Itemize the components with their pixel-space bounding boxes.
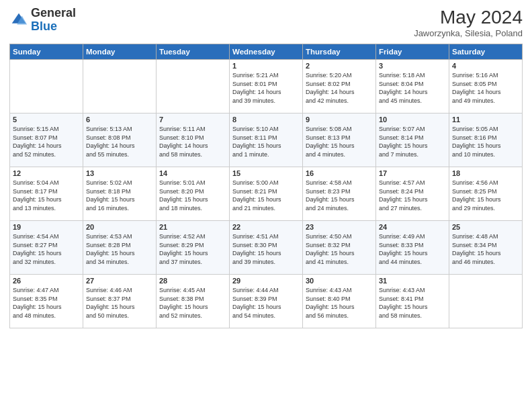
day-cell xyxy=(10,60,83,113)
day-cell xyxy=(157,60,230,113)
day-info: Sunrise: 4:43 AM Sunset: 8:41 PM Dayligh… xyxy=(379,286,446,320)
logo-text-general: General xyxy=(31,7,76,20)
day-info: Sunrise: 4:48 AM Sunset: 8:34 PM Dayligh… xyxy=(452,232,519,266)
day-number: 29 xyxy=(232,277,300,285)
day-cell: 29Sunrise: 4:44 AM Sunset: 8:39 PM Dayli… xyxy=(230,275,303,328)
day-cell: 3Sunrise: 5:18 AM Sunset: 8:04 PM Daylig… xyxy=(376,60,449,113)
day-number: 27 xyxy=(86,277,153,285)
week-row-4: 19Sunrise: 4:54 AM Sunset: 8:27 PM Dayli… xyxy=(10,221,523,275)
day-cell: 10Sunrise: 5:07 AM Sunset: 8:14 PM Dayli… xyxy=(376,113,449,167)
day-info: Sunrise: 5:05 AM Sunset: 8:16 PM Dayligh… xyxy=(452,125,519,158)
col-header-friday: Friday xyxy=(376,44,449,60)
day-cell: 14Sunrise: 5:01 AM Sunset: 8:20 PM Dayli… xyxy=(157,167,230,221)
day-info: Sunrise: 5:08 AM Sunset: 8:13 PM Dayligh… xyxy=(306,125,373,158)
col-header-wednesday: Wednesday xyxy=(230,44,303,60)
day-info: Sunrise: 5:16 AM Sunset: 8:05 PM Dayligh… xyxy=(452,71,519,105)
day-cell: 24Sunrise: 4:49 AM Sunset: 8:33 PM Dayli… xyxy=(376,221,449,275)
day-info: Sunrise: 4:43 AM Sunset: 8:40 PM Dayligh… xyxy=(306,286,373,320)
day-number: 28 xyxy=(159,277,226,285)
day-number: 25 xyxy=(452,223,519,231)
day-number: 11 xyxy=(452,116,519,124)
day-number: 23 xyxy=(306,223,373,231)
day-info: Sunrise: 5:15 AM Sunset: 8:07 PM Dayligh… xyxy=(13,125,80,158)
day-number: 19 xyxy=(13,223,80,231)
day-cell: 20Sunrise: 4:53 AM Sunset: 8:28 PM Dayli… xyxy=(83,221,157,275)
day-cell: 28Sunrise: 4:45 AM Sunset: 8:38 PM Dayli… xyxy=(157,275,230,328)
day-cell: 31Sunrise: 4:43 AM Sunset: 8:41 PM Dayli… xyxy=(376,275,449,328)
header: General Blue May 2024 Jaworzynka, Silesi… xyxy=(9,7,523,38)
day-number: 9 xyxy=(306,116,373,124)
day-number: 15 xyxy=(232,169,300,177)
day-info: Sunrise: 4:45 AM Sunset: 8:38 PM Dayligh… xyxy=(159,286,226,320)
day-info: Sunrise: 4:53 AM Sunset: 8:28 PM Dayligh… xyxy=(86,232,153,266)
day-cell: 16Sunrise: 4:58 AM Sunset: 8:23 PM Dayli… xyxy=(303,167,376,221)
week-row-2: 5Sunrise: 5:15 AM Sunset: 8:07 PM Daylig… xyxy=(10,113,523,167)
day-info: Sunrise: 4:52 AM Sunset: 8:29 PM Dayligh… xyxy=(159,232,226,266)
day-cell: 27Sunrise: 4:46 AM Sunset: 8:37 PM Dayli… xyxy=(83,275,157,328)
day-cell: 13Sunrise: 5:02 AM Sunset: 8:18 PM Dayli… xyxy=(83,167,157,221)
page: General Blue May 2024 Jaworzynka, Silesi… xyxy=(0,0,532,411)
day-info: Sunrise: 5:07 AM Sunset: 8:14 PM Dayligh… xyxy=(379,125,446,158)
day-cell xyxy=(83,60,157,113)
day-number: 16 xyxy=(306,169,373,177)
day-cell: 26Sunrise: 4:47 AM Sunset: 8:35 PM Dayli… xyxy=(10,275,83,328)
day-number: 30 xyxy=(306,277,373,285)
day-cell: 17Sunrise: 4:57 AM Sunset: 8:24 PM Dayli… xyxy=(376,167,449,221)
day-info: Sunrise: 5:01 AM Sunset: 8:20 PM Dayligh… xyxy=(159,179,226,212)
day-cell: 22Sunrise: 4:51 AM Sunset: 8:30 PM Dayli… xyxy=(230,221,303,275)
logo-text-blue: Blue xyxy=(31,20,76,34)
day-info: Sunrise: 5:20 AM Sunset: 8:02 PM Dayligh… xyxy=(306,71,373,105)
day-cell xyxy=(449,275,523,328)
day-number: 14 xyxy=(159,169,226,177)
day-number: 4 xyxy=(452,62,519,70)
day-info: Sunrise: 4:46 AM Sunset: 8:37 PM Dayligh… xyxy=(86,286,153,320)
week-row-1: 1Sunrise: 5:21 AM Sunset: 8:01 PM Daylig… xyxy=(10,60,523,113)
day-info: Sunrise: 4:58 AM Sunset: 8:23 PM Dayligh… xyxy=(306,179,373,212)
day-cell: 9Sunrise: 5:08 AM Sunset: 8:13 PM Daylig… xyxy=(303,113,376,167)
day-info: Sunrise: 4:47 AM Sunset: 8:35 PM Dayligh… xyxy=(13,286,80,320)
day-cell: 15Sunrise: 5:00 AM Sunset: 8:21 PM Dayli… xyxy=(230,167,303,221)
day-cell: 18Sunrise: 4:56 AM Sunset: 8:25 PM Dayli… xyxy=(449,167,523,221)
day-number: 13 xyxy=(86,169,153,177)
day-info: Sunrise: 4:44 AM Sunset: 8:39 PM Dayligh… xyxy=(232,286,300,320)
day-cell: 4Sunrise: 5:16 AM Sunset: 8:05 PM Daylig… xyxy=(449,60,523,113)
day-info: Sunrise: 5:18 AM Sunset: 8:04 PM Dayligh… xyxy=(379,71,446,105)
day-number: 17 xyxy=(379,169,446,177)
day-number: 3 xyxy=(379,62,446,70)
day-number: 1 xyxy=(232,62,300,70)
day-info: Sunrise: 4:49 AM Sunset: 8:33 PM Dayligh… xyxy=(379,232,446,266)
day-number: 20 xyxy=(86,223,153,231)
day-number: 2 xyxy=(306,62,373,70)
subtitle: Jaworzynka, Silesia, Poland xyxy=(414,28,523,38)
day-number: 24 xyxy=(379,223,446,231)
day-info: Sunrise: 5:11 AM Sunset: 8:10 PM Dayligh… xyxy=(159,125,226,158)
day-number: 31 xyxy=(379,277,446,285)
col-header-monday: Monday xyxy=(83,44,157,60)
day-cell: 6Sunrise: 5:13 AM Sunset: 8:08 PM Daylig… xyxy=(83,113,157,167)
col-header-thursday: Thursday xyxy=(303,44,376,60)
day-info: Sunrise: 5:21 AM Sunset: 8:01 PM Dayligh… xyxy=(232,71,300,105)
day-cell: 12Sunrise: 5:04 AM Sunset: 8:17 PM Dayli… xyxy=(10,167,83,221)
day-number: 21 xyxy=(159,223,226,231)
logo-icon xyxy=(9,11,28,30)
day-cell: 1Sunrise: 5:21 AM Sunset: 8:01 PM Daylig… xyxy=(230,60,303,113)
day-info: Sunrise: 5:02 AM Sunset: 8:18 PM Dayligh… xyxy=(86,179,153,212)
day-info: Sunrise: 4:51 AM Sunset: 8:30 PM Dayligh… xyxy=(232,232,300,266)
header-row: SundayMondayTuesdayWednesdayThursdayFrid… xyxy=(10,44,523,60)
day-cell: 8Sunrise: 5:10 AM Sunset: 8:11 PM Daylig… xyxy=(230,113,303,167)
day-info: Sunrise: 4:54 AM Sunset: 8:27 PM Dayligh… xyxy=(13,232,80,266)
calendar-table: SundayMondayTuesdayWednesdayThursdayFrid… xyxy=(9,44,523,328)
week-row-5: 26Sunrise: 4:47 AM Sunset: 8:35 PM Dayli… xyxy=(10,275,523,328)
day-number: 8 xyxy=(232,116,300,124)
day-info: Sunrise: 5:10 AM Sunset: 8:11 PM Dayligh… xyxy=(232,125,300,158)
day-cell: 25Sunrise: 4:48 AM Sunset: 8:34 PM Dayli… xyxy=(449,221,523,275)
day-number: 22 xyxy=(232,223,300,231)
day-number: 12 xyxy=(13,169,80,177)
day-info: Sunrise: 4:56 AM Sunset: 8:25 PM Dayligh… xyxy=(452,179,519,212)
day-number: 6 xyxy=(86,116,153,124)
day-info: Sunrise: 5:04 AM Sunset: 8:17 PM Dayligh… xyxy=(13,179,80,212)
day-cell: 23Sunrise: 4:50 AM Sunset: 8:32 PM Dayli… xyxy=(303,221,376,275)
day-info: Sunrise: 4:57 AM Sunset: 8:24 PM Dayligh… xyxy=(379,179,446,212)
title-block: May 2024 Jaworzynka, Silesia, Poland xyxy=(414,7,523,38)
day-info: Sunrise: 5:13 AM Sunset: 8:08 PM Dayligh… xyxy=(86,125,153,158)
